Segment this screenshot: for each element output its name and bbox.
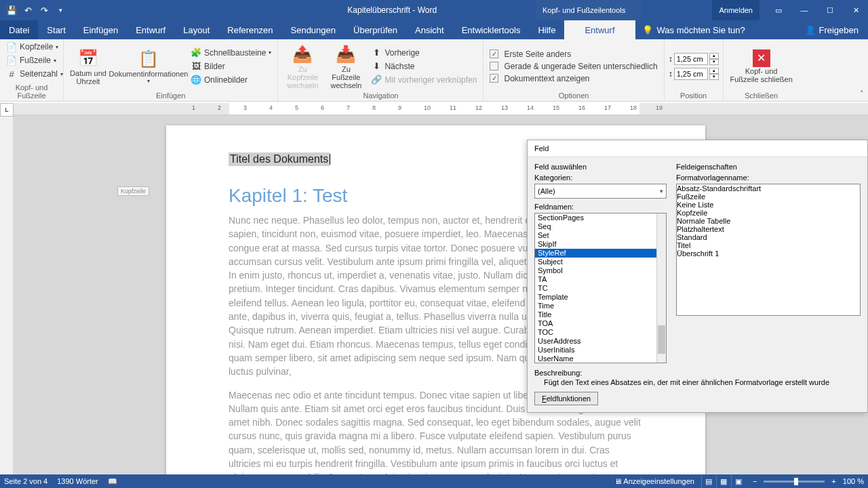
zoom-out-icon[interactable]: − [753, 477, 757, 485]
ribbon-display-icon[interactable]: ▭ [766, 0, 791, 20]
header-position-field[interactable]: ↕▴▾ [669, 53, 719, 65]
tab-datei[interactable]: Datei [0, 20, 38, 39]
display-settings[interactable]: 🖥 Anzeigeeinstellungen [614, 477, 694, 485]
showdoc-checkbox[interactable]: ✓Dokumenttext anzeigen [488, 73, 659, 84]
ruler-tick: 19 [656, 104, 663, 111]
tab-ansicht[interactable]: Ansicht [406, 20, 453, 39]
stylename-item[interactable]: Kopfzeile [677, 209, 860, 217]
view-read-icon[interactable]: ▤ [701, 475, 716, 487]
header-title-field[interactable]: Titel des Dokuments [229, 152, 330, 166]
spin-up-icon[interactable]: ▴ [709, 68, 719, 74]
fieldname-item[interactable]: Subject [535, 258, 666, 266]
categories-select[interactable]: (Alle)▾ [534, 184, 667, 199]
zoom-in-icon[interactable]: + [831, 477, 835, 485]
pictures-button[interactable]: 🖼Bilder [189, 60, 273, 73]
tab-referenzen[interactable]: Referenzen [218, 20, 281, 39]
firstpage-checkbox[interactable]: ✓Erste Seite anders [488, 49, 659, 60]
fieldcodes-button[interactable]: FFeldfunktioneneldfunktionen [534, 392, 598, 405]
minimize-icon[interactable]: — [792, 0, 816, 20]
oddeven-checkbox[interactable]: Gerade & ungerade Seiten unterschiedlich [488, 61, 659, 72]
fieldname-item[interactable]: TA [535, 275, 666, 284]
footer-pos-input[interactable] [674, 68, 708, 80]
quickparts-button[interactable]: 🧩Schnellbausteine ▾ [189, 47, 273, 59]
stylename-item[interactable]: Normale Tabelle [677, 217, 860, 225]
stylename-item[interactable]: Platzhaltertext [677, 225, 860, 233]
tab-layout[interactable]: Layout [174, 20, 218, 39]
scrollbar-thumb[interactable] [658, 325, 665, 354]
fieldname-item[interactable]: StyleRef [535, 249, 666, 258]
close-icon[interactable]: ✕ [844, 0, 868, 20]
zoom-handle[interactable] [794, 478, 798, 485]
spin-down-icon[interactable]: ▾ [709, 59, 719, 65]
fieldname-item[interactable]: UserInitials [535, 346, 666, 354]
stylename-item[interactable]: Absatz-Standardschriftart [677, 184, 860, 192]
fieldname-item[interactable]: TOC [535, 328, 666, 337]
fieldname-item[interactable]: Time [535, 302, 666, 310]
fieldname-item[interactable]: Set [535, 231, 666, 240]
fieldname-item[interactable]: SkipIf [535, 240, 666, 249]
stylename-item[interactable]: Fußzeile [677, 192, 860, 201]
datetime-button[interactable]: 📅Datum und Uhrzeit [68, 41, 108, 92]
status-language-icon[interactable]: 📖 [108, 477, 117, 486]
undo-icon[interactable]: ↶ [20, 3, 35, 18]
spin-down-icon[interactable]: ▾ [709, 74, 719, 80]
docinfo-button[interactable]: 📋Dokumentinformationen▾ [111, 41, 186, 92]
stylename-item[interactable]: Titel [677, 241, 860, 249]
tell-me-search[interactable]: 💡 Was möchten Sie tun? [635, 25, 752, 35]
fieldname-item[interactable]: UserName [535, 354, 666, 363]
scrollbar[interactable] [656, 214, 666, 363]
footer-position-field[interactable]: ↕▴▾ [669, 68, 719, 80]
status-page[interactable]: Seite 2 von 4 [4, 477, 47, 485]
select-field-label: Feld auswählen [534, 163, 667, 171]
stylename-item[interactable]: Keine Liste [677, 201, 860, 209]
tab-entwurf-context[interactable]: Entwurf [564, 20, 635, 39]
header-button[interactable]: 📄Kopfzeile ▾ [4, 41, 65, 53]
onlinepics-button[interactable]: 🌐Onlinebilder [189, 74, 273, 86]
gotoheader-icon: 📤 [292, 43, 313, 65]
fieldname-item[interactable]: Symbol [535, 266, 666, 275]
stylename-item[interactable]: Überschrift 1 [677, 249, 860, 258]
view-print-icon[interactable]: ▦ [716, 475, 731, 487]
zoom-slider[interactable] [764, 481, 825, 483]
ruler-horizontal[interactable]: 12345678910111213141516171819 [14, 103, 868, 115]
tab-start[interactable]: Start [38, 20, 74, 39]
view-web-icon[interactable]: ▣ [731, 475, 746, 487]
goto-footer-button[interactable]: 📥Zu Fußzeile wechseln [326, 41, 366, 92]
fieldname-item[interactable]: UserAddress [535, 337, 666, 346]
footer-button[interactable]: 📄Fußzeile ▾ [4, 54, 65, 66]
stylename-list[interactable]: Absatz-StandardschriftartFußzeileKeine L… [676, 184, 861, 316]
collapse-ribbon-icon[interactable]: ˄ [860, 89, 864, 98]
spin-up-icon[interactable]: ▴ [709, 53, 719, 59]
goto-header-button[interactable]: 📤Zu Kopfzeile wechseln [282, 41, 323, 92]
fieldname-item[interactable]: TOA [535, 319, 666, 328]
stylename-item[interactable]: Standard [677, 233, 860, 241]
qat-dropdown-icon[interactable]: ▾ [53, 3, 68, 18]
pagenum-button[interactable]: #Seitenzahl ▾ [4, 68, 65, 80]
link-previous-button[interactable]: 🔗Mit vorheriger verknüpfen [369, 74, 479, 86]
zoom-level[interactable]: 100 % [843, 477, 864, 485]
fieldname-item[interactable]: Title [535, 310, 666, 319]
fieldname-item[interactable]: TC [535, 284, 666, 293]
fieldname-item[interactable]: Template [535, 293, 666, 302]
save-icon[interactable]: 💾 [4, 3, 19, 18]
next-button[interactable]: ⬇Nächste [369, 60, 479, 73]
previous-button[interactable]: ⬆Vorherige [369, 47, 479, 59]
status-wordcount[interactable]: 1390 Wörter [57, 477, 98, 485]
fieldname-item[interactable]: Seq [535, 222, 666, 231]
tab-entwurf[interactable]: Entwurf [127, 20, 174, 39]
tab-einfuegen[interactable]: Einfügen [75, 20, 127, 39]
tabstop-selector[interactable]: L [0, 103, 14, 117]
redo-icon[interactable]: ↷ [37, 3, 52, 18]
close-headerfooter-button[interactable]: ✕Kopf- und Fußzeile schließen [728, 41, 795, 92]
login-button[interactable]: Anmelden [712, 0, 760, 20]
maximize-icon[interactable]: ☐ [818, 0, 842, 20]
header-pos-input[interactable] [674, 53, 708, 65]
fieldname-item[interactable]: SectionPages [535, 214, 666, 222]
share-button[interactable]: 👤 Freigeben [795, 25, 868, 35]
fieldnames-list[interactable]: SectionPagesSeqSetSkipIfStyleRefSubjectS… [534, 213, 667, 363]
tab-sendungen[interactable]: Sendungen [282, 20, 345, 39]
tab-entwickler[interactable]: Entwicklertools [453, 20, 530, 39]
tab-hilfe[interactable]: Hilfe [529, 20, 564, 39]
description-label: Beschreibung: [534, 369, 861, 377]
tab-ueberpruefen[interactable]: Überprüfen [344, 20, 406, 39]
